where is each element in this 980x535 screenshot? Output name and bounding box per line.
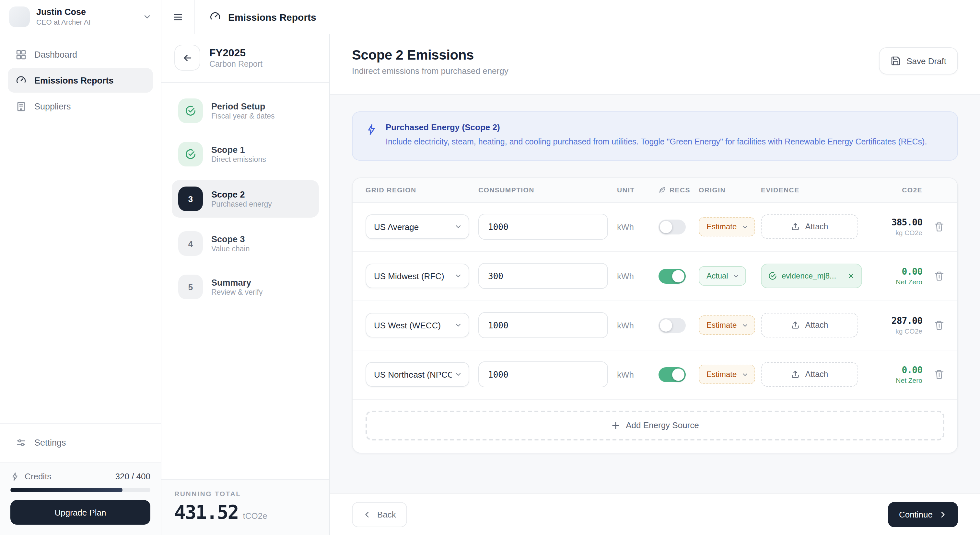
running-total-unit: tCO2e (243, 511, 267, 521)
table-header-row: GRID REGION CONSUMPTION UNIT RECS ORIGIN… (353, 178, 957, 203)
user-name: Justin Cose (36, 7, 136, 17)
topbar: Emissions Reports (161, 0, 980, 34)
page-header: Scope 2 Emissions Indirect emissions fro… (330, 34, 980, 94)
main-panel: Scope 2 Emissions Indirect emissions fro… (330, 34, 980, 535)
credits-section: Credits 320 / 400 Upgrade Plan (0, 462, 161, 535)
credits-progress-bar (10, 488, 150, 492)
unit-label: kWh (617, 370, 634, 380)
sidebar-item-suppliers[interactable]: Suppliers (8, 94, 153, 119)
back-to-reports-button[interactable] (174, 45, 200, 71)
sidebar-item-label: Suppliers (34, 102, 71, 111)
hamburger-icon (172, 11, 183, 22)
energy-row-3: US West (WECC) kWh Estimate (353, 301, 957, 351)
co2e-unit: kg CO2e (867, 229, 922, 237)
credits-value: 320 / 400 (115, 471, 150, 481)
delete-row-button[interactable] (934, 370, 944, 380)
recs-toggle[interactable] (659, 269, 686, 284)
sidebar-item-emissions-reports[interactable]: Emissions Reports (8, 68, 153, 93)
running-total-label: RUNNING TOTAL (174, 490, 316, 497)
plus-icon (611, 421, 620, 430)
sidebar: Justin Cose CEO at Archer AI Dashboard E… (0, 0, 161, 535)
upload-icon (791, 222, 800, 232)
attach-evidence-button[interactable]: Attach (761, 215, 858, 239)
sidebar-item-label: Dashboard (34, 49, 77, 59)
column-header-recs: RECS (659, 186, 699, 194)
step-summary[interactable]: 5 Summary Review & verify (172, 270, 319, 305)
consumption-input[interactable] (478, 263, 608, 289)
report-title: FY2025 (209, 47, 262, 60)
trash-icon (934, 370, 944, 380)
user-menu[interactable]: Justin Cose CEO at Archer AI (0, 0, 161, 34)
delete-row-button[interactable] (934, 320, 944, 331)
grid-region-select[interactable]: US Average (366, 215, 469, 239)
grid-region-select[interactable]: US West (WECC) (366, 313, 469, 338)
chevron-right-icon (939, 510, 947, 519)
remove-evidence-button[interactable] (847, 272, 855, 280)
unit-label: kWh (617, 321, 634, 331)
add-energy-source-button[interactable]: Add Energy Source (366, 411, 944, 440)
sidebar-item-settings[interactable]: Settings (8, 430, 153, 455)
gauge-icon (209, 11, 221, 23)
user-meta: Justin Cose CEO at Archer AI (36, 7, 136, 27)
step-period-setup[interactable]: Period Setup Fiscal year & dates (172, 93, 319, 128)
origin-select[interactable]: Estimate (699, 365, 755, 384)
settings-block: Settings (0, 423, 161, 462)
evidence-file-chip[interactable]: evidence_mj8... (761, 264, 862, 289)
step-scope-2[interactable]: 3 Scope 2 Purchased energy (172, 180, 319, 217)
user-role: CEO at Archer AI (36, 17, 136, 27)
chevron-down-icon (454, 371, 462, 379)
recs-toggle[interactable] (659, 367, 686, 382)
grid-region-select[interactable]: US Northeast (NPCC) (366, 362, 469, 387)
sidebar-nav: Dashboard Emissions Reports Suppliers (0, 34, 161, 423)
upgrade-plan-button[interactable]: Upgrade Plan (10, 500, 150, 525)
sidebar-item-dashboard[interactable]: Dashboard (8, 42, 153, 67)
gauge-icon (16, 75, 27, 86)
sidebar-item-label: Emissions Reports (34, 75, 114, 85)
recs-toggle[interactable] (659, 318, 686, 333)
info-banner: Purchased Energy (Scope 2) Include elect… (352, 111, 958, 160)
attach-evidence-button[interactable]: Attach (761, 313, 858, 338)
consumption-input[interactable] (478, 214, 608, 240)
co2e-value: 0.00 (867, 365, 922, 375)
credits-label: Credits (25, 471, 51, 481)
consumption-input[interactable] (478, 313, 608, 338)
upload-icon (791, 370, 800, 379)
chevron-down-icon (454, 272, 462, 280)
co2e-value: 0.00 (867, 267, 922, 277)
origin-select[interactable]: Estimate (699, 316, 755, 335)
delete-row-button[interactable] (934, 222, 944, 232)
chevron-down-icon (741, 224, 748, 230)
energy-row-2: US Midwest (RFC) kWh Actual (353, 252, 957, 301)
recs-toggle[interactable] (659, 219, 686, 235)
back-button[interactable]: Back (352, 502, 407, 527)
running-total-value: 431.52 (174, 501, 239, 523)
report-header: FY2025 Carbon Report (161, 34, 329, 83)
grid-region-select[interactable]: US Midwest (RFC) (366, 264, 469, 289)
delete-row-button[interactable] (934, 271, 944, 281)
step-scope-1[interactable]: Scope 1 Direct emissions (172, 137, 319, 171)
chevron-down-icon (143, 12, 152, 21)
grid-icon (16, 49, 27, 60)
chevron-down-icon (741, 371, 748, 378)
step-number-badge: 5 (178, 275, 203, 299)
save-draft-button[interactable]: Save Draft (878, 47, 958, 75)
unit-label: kWh (617, 222, 634, 232)
co2e-unit: kg CO2e (867, 327, 922, 335)
topbar-title: Emissions Reports (195, 0, 316, 34)
consumption-input[interactable] (478, 362, 608, 387)
chevron-left-icon (363, 510, 371, 519)
chevron-down-icon (454, 322, 462, 329)
page-title: Scope 2 Emissions (352, 47, 509, 63)
step-scope-3[interactable]: 4 Scope 3 Value chain (172, 226, 319, 261)
energy-row-4: US Northeast (NPCC) kWh Estimate (353, 351, 957, 400)
check-circle-icon (178, 142, 203, 167)
chevron-down-icon (454, 223, 462, 231)
attach-evidence-button[interactable]: Attach (761, 362, 858, 387)
origin-select[interactable]: Actual (699, 267, 746, 286)
origin-select[interactable]: Estimate (699, 217, 755, 237)
hamburger-menu-button[interactable] (161, 0, 195, 34)
co2e-value: 385.00 (867, 217, 922, 228)
building-icon (16, 101, 27, 112)
continue-button[interactable]: Continue (888, 502, 958, 527)
check-circle-icon (178, 98, 203, 123)
